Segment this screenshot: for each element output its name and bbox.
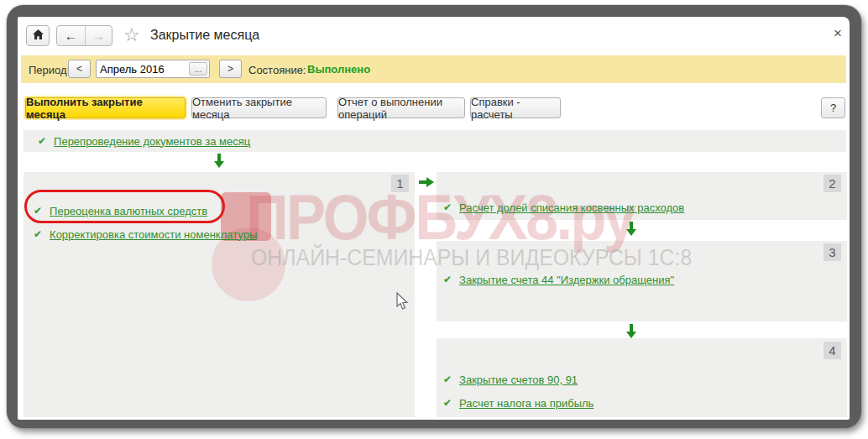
- reposting-documents-link[interactable]: Перепроведение документов за месяц: [54, 135, 250, 148]
- operations-report-button[interactable]: Отчет о выполнении операций: [337, 97, 465, 118]
- operation-row: ✔ Расчет долей списания косвенных расход…: [443, 201, 684, 214]
- accounts-90-91-closing-link[interactable]: Закрытие счетов 90, 91: [459, 374, 578, 386]
- inventory-cost-adjustment-link[interactable]: Корректировка стоимости номенклатуры: [50, 228, 257, 241]
- home-button[interactable]: [26, 25, 50, 46]
- period-label: Период:: [29, 64, 70, 76]
- status-label: Состояние:: [248, 64, 306, 76]
- stage2-number-badge: 2: [824, 175, 841, 192]
- indirect-expenses-share-link[interactable]: Расчет долей списания косвенных расходов: [459, 201, 684, 214]
- stage3-panel: 3 ✔ Закрытие счета 44 "Издержки обращени…: [437, 241, 847, 321]
- cancel-month-closing-button[interactable]: Отменить закрытие месяца: [191, 97, 327, 118]
- check-icon: ✔: [38, 135, 46, 147]
- down-arrow-icon: [626, 324, 636, 339]
- forward-arrow-icon: →: [92, 29, 105, 43]
- stage4-number-badge: 4: [824, 342, 841, 359]
- calculation-references-button[interactable]: Справки - расчеты: [470, 97, 561, 118]
- account44-closing-link[interactable]: Закрытие счета 44 "Издержки обращения": [459, 274, 674, 286]
- status-value: Выполнено: [307, 63, 370, 76]
- check-icon: ✔: [443, 374, 452, 385]
- stage4-panel: 4 ✔ Закрытие счетов 90, 91 ✔ Расчет нало…: [437, 338, 847, 417]
- stage3-number-badge: 3: [824, 243, 841, 261]
- period-prev-button[interactable]: <: [68, 60, 91, 78]
- home-icon: [32, 29, 44, 44]
- check-icon: ✔: [443, 397, 452, 409]
- period-field: ...: [96, 60, 210, 78]
- operation-row: ✔ Расчет налога на прибыль: [443, 396, 593, 410]
- down-arrow-icon: [626, 222, 636, 237]
- close-icon[interactable]: ×: [834, 25, 842, 42]
- stage1-number-badge: 1: [391, 175, 409, 192]
- operation-row: ✔ Корректировка стоимости номенклатуры: [34, 227, 257, 241]
- red-highlight-ellipse: [24, 190, 225, 223]
- stage1-panel: 1 ✔ Переоценка валютных средств ✔ Коррек…: [24, 172, 415, 417]
- stage2-panel: 2 ✔ Расчет долей списания косвенных расх…: [437, 172, 847, 220]
- run-month-closing-button[interactable]: Выполнить закрытие месяца: [25, 97, 186, 118]
- favorite-star-icon[interactable]: ☆: [123, 24, 140, 46]
- income-tax-calculation-link[interactable]: Расчет налога на прибыль: [459, 397, 593, 410]
- check-icon: ✔: [34, 228, 42, 240]
- period-picker-button[interactable]: ...: [189, 62, 207, 76]
- right-arrow-icon: [419, 177, 435, 187]
- period-next-button[interactable]: >: [219, 60, 242, 78]
- history-nav: ← →: [56, 25, 112, 46]
- operation-row: ✔ Перепроведение документов за месяц: [38, 134, 250, 148]
- operation-row: ✔ Закрытие счета 44 "Издержки обращения": [443, 273, 674, 286]
- help-button[interactable]: ?: [821, 97, 845, 118]
- down-arrow-icon: [214, 154, 224, 169]
- back-button[interactable]: ←: [57, 26, 85, 45]
- period-bar: Период: < ... > Состояние: Выполнено: [21, 55, 846, 83]
- month-closing-window: ← → ☆ Закрытие месяца × Период: < ... > …: [18, 17, 850, 420]
- mouse-cursor-icon: [396, 292, 410, 311]
- period-input[interactable]: [100, 62, 187, 76]
- check-icon: ✔: [443, 274, 452, 285]
- page-title: Закрытие месяца: [150, 28, 259, 43]
- screenshot-stage: ← → ☆ Закрытие месяца × Период: < ... > …: [0, 0, 868, 439]
- check-icon: ✔: [443, 201, 452, 213]
- operation-row: ✔ Закрытие счетов 90, 91: [443, 373, 578, 386]
- back-arrow-icon: ←: [65, 29, 77, 43]
- stage0-strip: ✔ Перепроведение документов за месяц: [24, 130, 846, 152]
- forward-button[interactable]: →: [85, 26, 112, 45]
